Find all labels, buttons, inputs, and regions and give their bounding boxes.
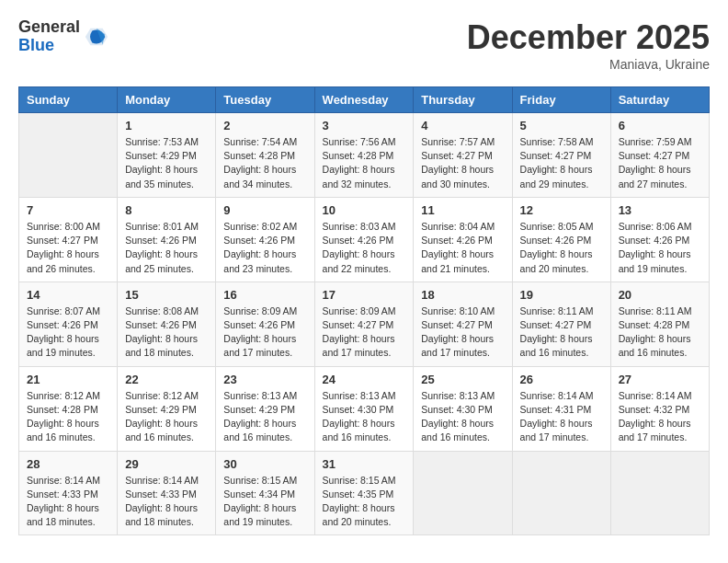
day-number: 29: [125, 457, 208, 471]
calendar-cell: 22Sunrise: 8:12 AMSunset: 4:29 PMDayligh…: [118, 366, 216, 451]
day-info: Sunrise: 8:09 AMSunset: 4:27 PMDaylight:…: [323, 304, 406, 361]
day-number: 22: [125, 373, 208, 386]
day-info: Sunrise: 8:14 AMSunset: 4:33 PMDaylight:…: [27, 474, 109, 530]
day-number: 10: [323, 203, 406, 217]
day-info: Sunrise: 8:11 AMSunset: 4:27 PMDaylight:…: [520, 304, 603, 361]
day-info: Sunrise: 7:59 AMSunset: 4:27 PMDaylight:…: [619, 135, 701, 191]
day-info: Sunrise: 8:00 AMSunset: 4:27 PMDaylight:…: [27, 220, 109, 276]
header-day-thursday: Thursday: [414, 87, 512, 113]
day-info: Sunrise: 7:58 AMSunset: 4:27 PMDaylight:…: [520, 135, 603, 191]
day-info: Sunrise: 8:07 AMSunset: 4:26 PMDaylight:…: [27, 304, 109, 361]
week-row-4: 21Sunrise: 8:12 AMSunset: 4:28 PMDayligh…: [19, 366, 710, 451]
calendar-cell: 29Sunrise: 8:14 AMSunset: 4:33 PMDayligh…: [118, 451, 216, 535]
day-number: 8: [125, 203, 208, 217]
day-number: 23: [223, 373, 306, 386]
header-day-monday: Monday: [118, 87, 216, 113]
day-number: 18: [421, 288, 504, 302]
day-number: 17: [323, 288, 406, 302]
day-number: 27: [619, 373, 701, 386]
header-day-saturday: Saturday: [610, 87, 709, 113]
calendar-cell: 14Sunrise: 8:07 AMSunset: 4:26 PMDayligh…: [19, 282, 118, 366]
day-number: 15: [125, 288, 208, 302]
day-number: 3: [323, 119, 406, 132]
week-row-3: 14Sunrise: 8:07 AMSunset: 4:26 PMDayligh…: [19, 282, 710, 366]
day-number: 13: [619, 203, 701, 217]
calendar-cell: 28Sunrise: 8:14 AMSunset: 4:33 PMDayligh…: [19, 451, 118, 535]
calendar-table: SundayMondayTuesdayWednesdayThursdayFrid…: [18, 86, 710, 535]
calendar-cell: 30Sunrise: 8:15 AMSunset: 4:34 PMDayligh…: [216, 451, 314, 535]
calendar-cell: 20Sunrise: 8:11 AMSunset: 4:28 PMDayligh…: [610, 282, 709, 366]
day-info: Sunrise: 8:13 AMSunset: 4:30 PMDaylight:…: [421, 389, 504, 445]
calendar-cell: 26Sunrise: 8:14 AMSunset: 4:31 PMDayligh…: [512, 366, 610, 451]
calendar-cell: 18Sunrise: 8:10 AMSunset: 4:27 PMDayligh…: [414, 282, 512, 366]
calendar-cell: 17Sunrise: 8:09 AMSunset: 4:27 PMDayligh…: [314, 282, 414, 366]
day-info: Sunrise: 8:06 AMSunset: 4:26 PMDaylight:…: [619, 220, 701, 276]
day-number: 6: [619, 119, 701, 132]
calendar-cell: 7Sunrise: 8:00 AMSunset: 4:27 PMDaylight…: [19, 197, 118, 282]
day-number: 30: [223, 457, 306, 471]
day-number: 9: [223, 203, 306, 217]
week-row-5: 28Sunrise: 8:14 AMSunset: 4:33 PMDayligh…: [19, 451, 710, 535]
day-info: Sunrise: 8:12 AMSunset: 4:28 PMDaylight:…: [27, 389, 109, 445]
day-number: 31: [323, 457, 406, 471]
calendar-cell: [19, 113, 118, 198]
calendar-cell: 23Sunrise: 8:13 AMSunset: 4:29 PMDayligh…: [216, 366, 314, 451]
day-info: Sunrise: 8:01 AMSunset: 4:26 PMDaylight:…: [125, 220, 208, 276]
header-row: SundayMondayTuesdayWednesdayThursdayFrid…: [19, 87, 710, 113]
header-day-tuesday: Tuesday: [216, 87, 314, 113]
day-number: 1: [125, 119, 208, 132]
calendar-body: 1Sunrise: 7:53 AMSunset: 4:29 PMDaylight…: [19, 113, 710, 535]
day-info: Sunrise: 8:14 AMSunset: 4:33 PMDaylight:…: [125, 474, 208, 530]
day-number: 25: [421, 373, 504, 386]
calendar-cell: [512, 451, 610, 535]
day-info: Sunrise: 8:04 AMSunset: 4:26 PMDaylight:…: [421, 220, 504, 276]
calendar-cell: 11Sunrise: 8:04 AMSunset: 4:26 PMDayligh…: [414, 197, 512, 282]
calendar-cell: 8Sunrise: 8:01 AMSunset: 4:26 PMDaylight…: [118, 197, 216, 282]
day-info: Sunrise: 8:10 AMSunset: 4:27 PMDaylight:…: [421, 304, 504, 361]
day-number: 28: [27, 457, 109, 471]
logo-general-text: General: [18, 18, 80, 37]
day-info: Sunrise: 8:13 AMSunset: 4:29 PMDaylight:…: [223, 389, 306, 445]
day-info: Sunrise: 8:15 AMSunset: 4:34 PMDaylight:…: [223, 474, 306, 530]
header-day-sunday: Sunday: [19, 87, 118, 113]
calendar-cell: 4Sunrise: 7:57 AMSunset: 4:27 PMDaylight…: [414, 113, 512, 198]
calendar-cell: 2Sunrise: 7:54 AMSunset: 4:28 PMDaylight…: [216, 113, 314, 198]
day-info: Sunrise: 8:15 AMSunset: 4:35 PMDaylight:…: [323, 474, 406, 530]
day-info: Sunrise: 7:57 AMSunset: 4:27 PMDaylight:…: [421, 135, 504, 191]
day-number: 4: [421, 119, 504, 132]
header-day-friday: Friday: [512, 87, 610, 113]
day-info: Sunrise: 7:56 AMSunset: 4:28 PMDaylight:…: [323, 135, 406, 191]
logo: General Blue: [18, 18, 109, 55]
page-header: General Blue December 2025 Maniava, Ukra…: [18, 18, 710, 72]
day-info: Sunrise: 8:03 AMSunset: 4:26 PMDaylight:…: [323, 220, 406, 276]
day-number: 7: [27, 203, 109, 217]
day-info: Sunrise: 8:05 AMSunset: 4:26 PMDaylight:…: [520, 220, 603, 276]
calendar-cell: 13Sunrise: 8:06 AMSunset: 4:26 PMDayligh…: [610, 197, 709, 282]
calendar-cell: 19Sunrise: 8:11 AMSunset: 4:27 PMDayligh…: [512, 282, 610, 366]
day-number: 2: [223, 119, 306, 132]
title-block: December 2025 Maniava, Ukraine: [467, 18, 710, 72]
calendar-cell: 10Sunrise: 8:03 AMSunset: 4:26 PMDayligh…: [314, 197, 414, 282]
day-number: 14: [27, 288, 109, 302]
location: Maniava, Ukraine: [467, 57, 710, 72]
day-number: 21: [27, 373, 109, 386]
day-info: Sunrise: 8:11 AMSunset: 4:28 PMDaylight:…: [619, 304, 701, 361]
day-info: Sunrise: 8:13 AMSunset: 4:30 PMDaylight:…: [323, 389, 406, 445]
calendar-cell: [414, 451, 512, 535]
calendar-cell: 24Sunrise: 8:13 AMSunset: 4:30 PMDayligh…: [314, 366, 414, 451]
day-info: Sunrise: 7:54 AMSunset: 4:28 PMDaylight:…: [223, 135, 306, 191]
logo-blue-text: Blue: [18, 37, 80, 55]
day-number: 26: [520, 373, 603, 386]
calendar-cell: 6Sunrise: 7:59 AMSunset: 4:27 PMDaylight…: [610, 113, 709, 198]
day-info: Sunrise: 8:12 AMSunset: 4:29 PMDaylight:…: [125, 389, 208, 445]
calendar-cell: 12Sunrise: 8:05 AMSunset: 4:26 PMDayligh…: [512, 197, 610, 282]
calendar-cell: 31Sunrise: 8:15 AMSunset: 4:35 PMDayligh…: [314, 451, 414, 535]
calendar-cell: 21Sunrise: 8:12 AMSunset: 4:28 PMDayligh…: [19, 366, 118, 451]
day-number: 16: [223, 288, 306, 302]
day-number: 20: [619, 288, 701, 302]
calendar-cell: [610, 451, 709, 535]
header-day-wednesday: Wednesday: [314, 87, 414, 113]
calendar-cell: 5Sunrise: 7:58 AMSunset: 4:27 PMDaylight…: [512, 113, 610, 198]
day-info: Sunrise: 8:09 AMSunset: 4:26 PMDaylight:…: [223, 304, 306, 361]
day-number: 19: [520, 288, 603, 302]
